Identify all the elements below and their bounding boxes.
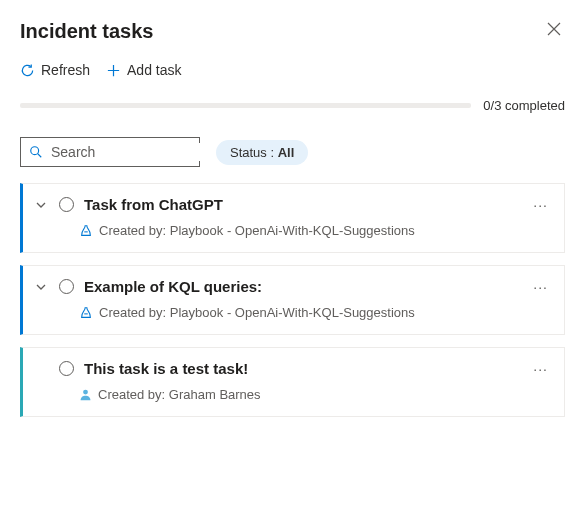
command-bar: Refresh Add task [20,62,565,78]
page-title: Incident tasks [20,20,153,43]
progress-bar [20,103,471,108]
task-status-circle[interactable] [59,279,74,294]
playbook-icon [79,224,93,238]
task-card: This task is a test task! ··· Created by… [20,347,565,417]
status-filter[interactable]: Status : All [216,140,308,165]
svg-point-1 [83,390,88,395]
user-icon [79,388,92,401]
task-title: Example of KQL queries: [84,278,521,295]
status-filter-value: All [278,145,295,160]
expand-toggle[interactable] [33,199,49,211]
expand-toggle[interactable] [33,281,49,293]
more-icon: ··· [533,197,548,213]
task-more-button[interactable]: ··· [531,197,550,213]
task-card: Task from ChatGPT ··· Created by: Playbo… [20,183,565,253]
add-task-button[interactable]: Add task [106,62,181,78]
task-card: Example of KQL queries: ··· Created by: … [20,265,565,335]
playbook-icon [79,306,93,320]
chevron-down-icon [35,281,47,293]
task-list: Task from ChatGPT ··· Created by: Playbo… [20,183,565,417]
refresh-button[interactable]: Refresh [20,62,90,78]
status-filter-label: Status : [230,145,278,160]
more-icon: ··· [533,361,548,377]
plus-icon [106,63,121,78]
search-input-wrapper[interactable] [20,137,200,167]
refresh-label: Refresh [41,62,90,78]
task-created-by: Created by: Graham Barnes [98,387,261,402]
search-input[interactable] [49,143,228,161]
more-icon: ··· [533,279,548,295]
chevron-down-icon [35,199,47,211]
close-icon [547,22,561,36]
task-title: Task from ChatGPT [84,196,521,213]
task-title: This task is a test task! [84,360,521,377]
close-button[interactable] [543,18,565,44]
refresh-icon [20,63,35,78]
task-created-by: Created by: Playbook - OpenAi-With-KQL-S… [99,223,415,238]
progress-row: 0/3 completed [20,98,565,113]
svg-point-0 [31,147,39,155]
task-more-button[interactable]: ··· [531,279,550,295]
task-created-by: Created by: Playbook - OpenAi-With-KQL-S… [99,305,415,320]
progress-text: 0/3 completed [483,98,565,113]
task-status-circle[interactable] [59,197,74,212]
task-more-button[interactable]: ··· [531,361,550,377]
add-task-label: Add task [127,62,181,78]
task-status-circle[interactable] [59,361,74,376]
search-icon [29,145,43,159]
